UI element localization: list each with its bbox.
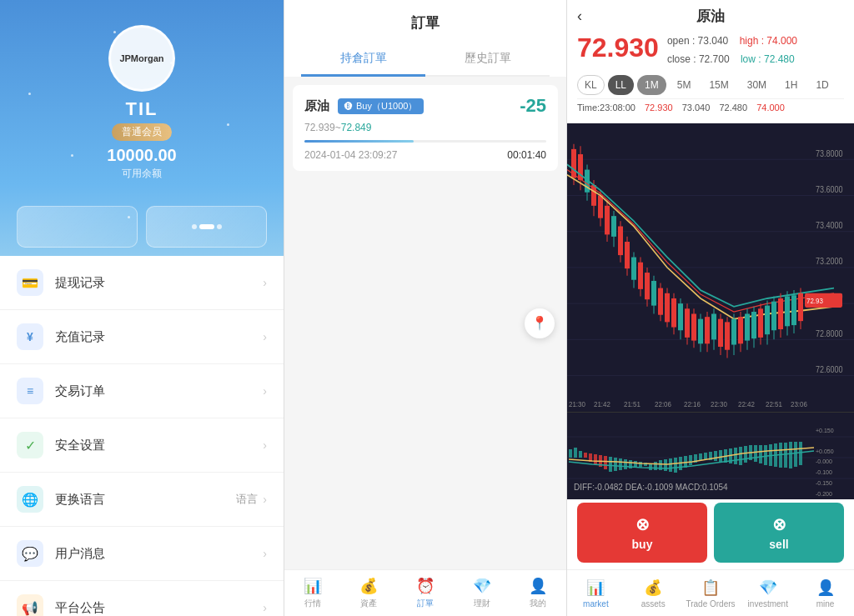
svg-text:21:30: 21:30 (569, 399, 585, 408)
menu-item-announcements[interactable]: 📢 平台公告 › (0, 581, 284, 616)
assets-icon-p3: 💰 (644, 578, 662, 597)
order-item: 原油 🅑 Buy（U1000） -25 72.939~72.849 2024-0… (293, 85, 558, 171)
order-name: 原油 (304, 98, 329, 114)
order-footer: 2024-01-04 23:09:27 00:01:40 (304, 149, 546, 161)
svg-rect-75 (738, 317, 743, 343)
svg-rect-77 (745, 314, 750, 341)
svg-rect-51 (658, 288, 663, 315)
language-icon: 🌐 (17, 486, 43, 513)
menu-item-orders[interactable]: ≡ 交易订单 › (0, 364, 284, 418)
member-badge: 普通会员 (112, 123, 172, 141)
tf-30m[interactable]: 30M (740, 75, 774, 95)
tf-5m[interactable]: 5M (670, 75, 699, 95)
nav-mine-p3[interactable]: 👤 mine (796, 570, 854, 616)
nav-finance-p2[interactable]: 💎 理財 (454, 570, 510, 616)
orders-icon-p2: ⏰ (416, 577, 435, 595)
tf-15m[interactable]: 15M (701, 75, 736, 95)
action-bar: ⊗ buy ⊗ sell (567, 495, 854, 569)
tf-1m[interactable]: 1M (637, 75, 666, 95)
chart-title-row: ‹ 原油 (577, 7, 844, 26)
svg-rect-45 (638, 263, 643, 289)
svg-rect-137 (754, 445, 757, 462)
chart-bottom-nav: 📊 market 💰 assets 📋 Trade Orders 💎 inves… (567, 569, 854, 616)
svg-rect-102 (579, 451, 582, 458)
nav-profile-p2[interactable]: 👤 我的 (510, 570, 566, 616)
invest-icon-p3: 💎 (759, 578, 777, 597)
orders-header: 訂單 持倉訂單 歷史訂單 (284, 0, 566, 77)
tf-kl[interactable]: KL (577, 75, 605, 95)
ticker-price3: 72.480 (719, 103, 747, 113)
nav-trade-p3[interactable]: 📋 Trade Orders (682, 570, 740, 616)
nav-market-p3[interactable]: 📊 market (567, 570, 625, 616)
back-button[interactable]: ‹ (577, 8, 582, 25)
dot-1 (192, 224, 197, 229)
arrow-orders: › (263, 384, 267, 398)
mine-icon-p3: 👤 (816, 578, 835, 597)
menu-label-announcements: 平台公告 (55, 600, 263, 616)
menu-item-language[interactable]: 🌐 更换语言 语言 › (0, 473, 284, 527)
messages-icon: 💬 (17, 540, 43, 567)
menu-item-recharge[interactable]: ¥ 充值记录 › (0, 310, 284, 364)
svg-rect-65 (705, 317, 710, 343)
svg-rect-37 (611, 216, 616, 237)
tf-1h[interactable]: 1H (777, 75, 805, 95)
menu-item-security[interactable]: ✓ 安全设置 › (0, 418, 284, 473)
buy-icon: ⊗ (635, 514, 650, 534)
svg-rect-110 (619, 458, 622, 470)
arrow-announcements: › (263, 601, 267, 614)
price-ticker: Time:23:08:00 72.930 73.040 72.480 74.00… (577, 98, 844, 116)
macd-label: DIFF:-0.0482 DEA:-0.1009 MACD:0.1054 (574, 483, 728, 492)
tf-ll[interactable]: LL (608, 75, 634, 95)
svg-rect-143 (784, 443, 787, 468)
menu-item-messages[interactable]: 💬 用户消息 › (0, 527, 284, 581)
balance-label: 可用余额 (122, 167, 162, 181)
buy-button[interactable]: ⊗ buy (577, 503, 707, 563)
svg-rect-53 (665, 293, 670, 323)
svg-rect-135 (744, 446, 747, 463)
menu-label-security: 安全设置 (55, 438, 263, 453)
tf-1d[interactable]: 1D (808, 75, 836, 95)
profile-label-p2: 我的 (530, 598, 546, 609)
svg-text:73.4000: 73.4000 (816, 220, 843, 230)
menu-item-withdraw[interactable]: 💳 提现记录 › (0, 256, 284, 310)
nav-assets-p2[interactable]: 💰 資產 (341, 570, 398, 616)
orders-icon: ≡ (17, 378, 43, 404)
svg-rect-73 (731, 319, 736, 345)
ohlc-open-close: open : 73.040 high : 74.000 (667, 33, 844, 51)
svg-rect-146 (799, 442, 802, 465)
promo-card-2[interactable] (146, 206, 267, 248)
arrow-recharge: › (263, 330, 267, 343)
sell-button[interactable]: ⊗ sell (714, 503, 844, 563)
location-pin-btn[interactable]: 📍 (525, 308, 555, 338)
avatar: JPMorgan (108, 25, 175, 92)
nav-assets-p3[interactable]: 💰 assets (625, 570, 682, 616)
svg-text:23:06: 23:06 (791, 399, 807, 408)
order-header: 原油 🅑 Buy（U1000） -25 (304, 95, 546, 117)
svg-rect-126 (699, 453, 702, 460)
svg-rect-130 (719, 450, 722, 462)
nav-quotes-p2[interactable]: 📊 行情 (284, 570, 341, 616)
svg-rect-67 (711, 314, 716, 340)
recharge-icon: ¥ (17, 323, 43, 350)
svg-text:22:06: 22:06 (655, 399, 671, 408)
svg-rect-145 (794, 442, 797, 467)
orders-tab-bar: 持倉訂單 歷史訂單 (301, 43, 550, 77)
macd-chart: +0.150 +0.050 -0.000 -0.100 -0.150 -0.20… (567, 412, 854, 495)
svg-rect-107 (604, 456, 607, 469)
nav-invest-p3[interactable]: 💎 investment (739, 570, 796, 616)
til-text: TIL (126, 98, 158, 120)
promo-card-1[interactable] (17, 206, 138, 248)
assets-label-p2: 資產 (360, 598, 377, 609)
tab-open-orders[interactable]: 持倉訂單 (301, 43, 425, 77)
low-label: low : 72.480 (741, 53, 795, 65)
svg-text:-0.150: -0.150 (816, 480, 832, 486)
arrow-messages: › (263, 547, 267, 560)
nav-orders-p2[interactable]: ⏰ 訂單 (397, 570, 454, 616)
svg-text:+0.150: +0.150 (816, 428, 834, 433)
tab-history-orders[interactable]: 歷史訂單 (425, 43, 550, 77)
svg-rect-111 (624, 459, 627, 469)
svg-rect-55 (671, 298, 676, 328)
svg-rect-120 (669, 458, 672, 472)
finance-label-p2: 理財 (474, 598, 490, 609)
sell-label: sell (769, 538, 788, 551)
